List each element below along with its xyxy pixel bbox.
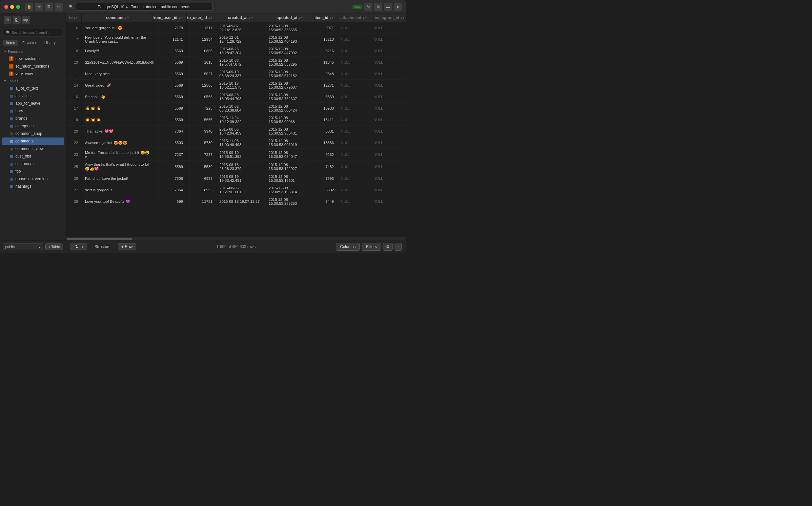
table-cell[interactable]: 7482 bbox=[314, 161, 337, 173]
col-attachment[interactable]: attachment ▲▼ bbox=[337, 13, 370, 22]
search-icon[interactable]: 🔍 bbox=[67, 3, 75, 11]
table-cell[interactable]: 20 bbox=[66, 126, 82, 137]
table-cell[interactable]: Aww thanks that's what I thought to lol … bbox=[82, 161, 154, 173]
next-page-button[interactable]: › bbox=[395, 243, 402, 251]
table-cell[interactable]: 5569 bbox=[154, 68, 187, 79]
table-cell[interactable]: NULL bbox=[370, 91, 406, 102]
table-cell[interactable]: NULL bbox=[337, 126, 370, 137]
sort-arrows-id[interactable]: ▲▼ bbox=[74, 17, 78, 19]
col-updated-at[interactable]: updated_at ▲▼ bbox=[265, 13, 314, 22]
close-button[interactable] bbox=[4, 5, 8, 9]
table-cell[interactable]: Me too Fernanda! It's cute isn't it 😊😩 x bbox=[82, 149, 154, 160]
sort-arrows-instagram-id[interactable]: ▲▼ bbox=[400, 17, 405, 19]
table-cell[interactable]: 5589 bbox=[187, 161, 216, 173]
tab-data[interactable]: Data bbox=[70, 243, 87, 250]
table-row[interactable]: 10$2a$10$HZLN88PNuWWi4ZuS91lb8dR98ljt0kb… bbox=[66, 57, 406, 68]
table-cell[interactable]: 7237 bbox=[154, 149, 187, 160]
table-cell[interactable]: 👋 👋 👋 bbox=[82, 103, 154, 114]
table-cell[interactable]: NULL bbox=[337, 137, 370, 148]
table-cell[interactable]: $2a$10$HZLN88PNuWWi4ZuS91lb8dR98ljt0kblv… bbox=[82, 57, 154, 68]
table-cell[interactable]: 10806 bbox=[187, 45, 216, 57]
col-to-user-id[interactable]: to_user_id ▲▼ bbox=[187, 13, 216, 22]
table-cell[interactable]: 9940 bbox=[187, 126, 216, 137]
table-cell[interactable]: 9848 bbox=[314, 68, 337, 79]
layout-button-1[interactable]: ▬ bbox=[384, 3, 392, 11]
add-table-button[interactable]: + Table bbox=[45, 244, 63, 250]
grid-button[interactable]: ⊞ bbox=[374, 3, 382, 11]
col-item-id[interactable]: item_id ▲▼ bbox=[314, 13, 337, 22]
table-cell[interactable]: 5569 bbox=[154, 114, 187, 125]
table-cell[interactable]: 2015-08-06 19:27:01.601 bbox=[216, 184, 265, 195]
table-cell[interactable]: 2015-12-01 12:41:28.722 bbox=[216, 34, 265, 45]
table-cell[interactable]: 2015-12-08 15:30:53.001019 bbox=[265, 137, 314, 148]
table-cell[interactable]: NULL bbox=[370, 80, 406, 91]
sidebar-item-activities[interactable]: ▦ activities bbox=[2, 92, 64, 99]
table-cell[interactable]: NULL bbox=[370, 137, 406, 148]
table-cell[interactable]: NULL bbox=[370, 22, 406, 33]
table-cell[interactable]: 2015-12-08 15:30:52.447092 bbox=[265, 45, 314, 57]
table-cell[interactable]: 15411 bbox=[314, 114, 337, 125]
server-icon[interactable]: 🖥 bbox=[4, 16, 11, 24]
table-cell[interactable]: 7 bbox=[66, 34, 82, 45]
table-cell[interactable]: 5569 bbox=[154, 57, 187, 68]
table-cell[interactable]: 2015-12-08 15:30:53.198314 bbox=[265, 184, 314, 195]
sort-arrows-to-user-id[interactable]: ▲▼ bbox=[208, 17, 212, 19]
table-cell[interactable]: 2015-12-08 15:30:53.122927 bbox=[265, 161, 314, 173]
table-cell[interactable]: 2015-09-07 22:14:12.826 bbox=[216, 22, 265, 33]
list-icon[interactable]: ☰ bbox=[45, 3, 53, 11]
table-cell[interactable]: 2015-12-08 15:30:52.404193 bbox=[265, 34, 314, 45]
table-cell[interactable]: 5569 bbox=[154, 91, 187, 102]
table-cell[interactable]: 7225 bbox=[187, 103, 216, 114]
table-cell[interactable]: NULL bbox=[370, 196, 406, 207]
table-cell[interactable]: 26 bbox=[66, 173, 82, 184]
columns-button[interactable]: Columns bbox=[336, 243, 360, 251]
table-row[interactable]: 22Awesome jacket 😍😍😍830357302015-11-03 1… bbox=[66, 137, 406, 149]
sort-arrows-attachment[interactable]: ▲▼ bbox=[363, 17, 367, 19]
table-cell[interactable]: 27 bbox=[66, 184, 82, 195]
table-cell[interactable]: 8303 bbox=[154, 137, 187, 148]
table-cell[interactable]: 2015-08-05 13:42:04.459 bbox=[216, 126, 265, 137]
table-cell[interactable]: 5730 bbox=[187, 137, 216, 148]
table-cell[interactable]: NULL bbox=[337, 196, 370, 207]
table-row[interactable]: 20That jacket 💖💖736499402015-08-05 13:42… bbox=[66, 126, 406, 137]
add-row-button[interactable]: + Row bbox=[118, 243, 136, 250]
table-cell[interactable]: 5569 bbox=[154, 80, 187, 91]
table-cell[interactable]: 2015-12-08 15:30:53.238253 bbox=[265, 196, 314, 207]
table-cell[interactable]: 17 bbox=[66, 103, 82, 114]
sidebar-item-bars[interactable]: ▦ bars bbox=[2, 107, 64, 114]
table-cell[interactable]: 2015-12-08 15:30:52.537295 bbox=[265, 57, 314, 68]
table-cell[interactable]: 2015-12-08 15:30:52.572182 bbox=[265, 68, 314, 79]
table-cell[interactable]: 12566 bbox=[187, 80, 216, 91]
table-cell[interactable]: NULL bbox=[370, 114, 406, 125]
table-row[interactable]: 26Fab shot! Love the jacket!730869532015… bbox=[66, 173, 406, 184]
table-cell[interactable]: 7449 bbox=[314, 196, 337, 207]
table-cell[interactable]: 7178 bbox=[154, 22, 187, 33]
table-cell[interactable]: 7364 bbox=[154, 126, 187, 137]
table-cell[interactable]: 2015-10-06 19:57:47.672 bbox=[216, 57, 265, 68]
table-cell[interactable]: Love your top! Beautiful 💜 bbox=[82, 196, 154, 207]
sidebar-item-new-customer[interactable]: f new_customer bbox=[2, 55, 64, 62]
table-cell[interactable]: 2015-12-08 15:30:52.679687 bbox=[265, 80, 314, 91]
refresh-button[interactable]: ↻ bbox=[364, 3, 372, 11]
tab-structure[interactable]: Structure bbox=[90, 243, 115, 250]
table-cell[interactable]: Great video! 🚀 bbox=[82, 80, 154, 91]
table-cell[interactable]: 14 bbox=[66, 80, 82, 91]
tab-history[interactable]: History bbox=[41, 40, 59, 46]
table-cell[interactable]: 2015-08-19 19:33:42.431 bbox=[216, 173, 265, 184]
table-cell[interactable]: 8339 bbox=[314, 91, 337, 102]
table-cell[interactable]: NULL bbox=[370, 126, 406, 137]
table-cell[interactable]: 2015-12-08 15:30:52.935481 bbox=[265, 126, 314, 137]
table-cell[interactable]: NULL bbox=[370, 161, 406, 173]
table-cell[interactable]: Fab shot! Love the jacket! bbox=[82, 173, 154, 184]
table-cell[interactable]: 5569 bbox=[154, 45, 187, 57]
table-cell[interactable]: 2015-11-03 11:00:48.493 bbox=[216, 137, 265, 148]
sidebar-item-categories[interactable]: ▦ categories bbox=[2, 122, 64, 130]
table-cell[interactable]: 13213 bbox=[314, 34, 337, 45]
table-cell[interactable]: 2015-12-08 15:30:53.16601 bbox=[265, 173, 314, 184]
table-cell[interactable]: 2015-08-18 19:07:12.27 bbox=[216, 196, 265, 207]
table-cell[interactable]: 2015-11-24 10:12:39.322 bbox=[216, 114, 265, 125]
table-cell[interactable]: 12934 bbox=[187, 34, 216, 45]
table-row[interactable]: 17👋 👋 👋556972252015-10-02 06:23:38.88420… bbox=[66, 103, 406, 114]
table-cell[interactable]: NULL bbox=[337, 173, 370, 184]
table-cell[interactable]: Hey lovely! You should def. enter the Ch… bbox=[82, 34, 154, 45]
